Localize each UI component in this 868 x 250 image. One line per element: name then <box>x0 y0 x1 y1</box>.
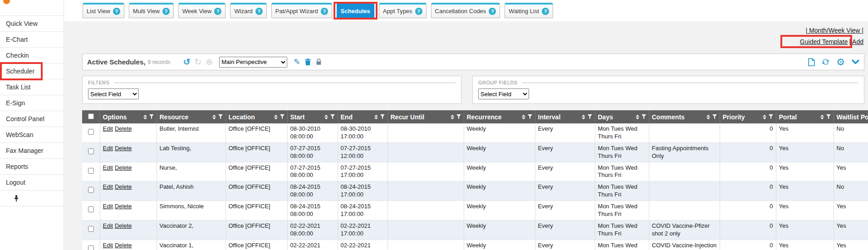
delete-link[interactable]: Delete <box>115 145 132 152</box>
filters-rule <box>114 83 456 83</box>
sidebar-item-checkin[interactable]: Checkin <box>0 48 64 64</box>
edit-link[interactable]: Edit <box>103 164 113 171</box>
sort-icon[interactable] <box>274 115 278 119</box>
filters-field-select[interactable]: Select Field <box>88 88 139 99</box>
tab-appt-types[interactable]: Appt Types ? <box>379 3 427 18</box>
sort-icon[interactable] <box>763 115 766 119</box>
tab-multi-view[interactable]: Multi View ? <box>129 3 174 18</box>
add-link[interactable]: Add <box>852 38 863 45</box>
row-checkbox[interactable] <box>88 129 94 135</box>
row-checkbox[interactable] <box>88 206 94 212</box>
sidebar-item-e-chart[interactable]: E-Chart <box>0 32 64 48</box>
tab-wizard[interactable]: Wizard ? <box>230 3 266 18</box>
delete-link[interactable]: Delete <box>115 183 132 190</box>
sidebar-item-quick-view[interactable]: Quick View <box>0 16 64 32</box>
tab-pat-appt-wizard[interactable]: Pat/Appt Wizard ? <box>271 3 332 18</box>
sort-icon[interactable] <box>522 115 525 119</box>
tab-schedules[interactable]: Schedules <box>337 3 374 18</box>
sort-icon[interactable] <box>451 115 454 119</box>
portal-cell: Yes <box>776 142 834 162</box>
end-cell: 08-24-201517:00:00 <box>338 201 387 221</box>
group-fields-select[interactable]: Select Field <box>478 88 529 99</box>
filter-icon[interactable] <box>642 114 646 119</box>
tab-week-view[interactable]: Week View ? <box>178 3 226 18</box>
sidebar-item-scheduler[interactable]: Scheduler <box>0 64 64 79</box>
edit-link[interactable]: Edit <box>103 222 113 229</box>
edit-link[interactable]: Edit <box>103 125 113 132</box>
sort-icon[interactable] <box>706 115 710 119</box>
delete-link[interactable]: Delete <box>115 242 132 249</box>
filter-icon[interactable] <box>588 114 592 119</box>
filter-icon[interactable] <box>218 114 223 119</box>
comments-cell <box>649 123 720 142</box>
filter-icon[interactable] <box>456 114 461 119</box>
filter-icon[interactable] <box>280 114 284 119</box>
sidebar-item-e-sign[interactable]: E-Sign <box>0 95 64 111</box>
perspective-select[interactable]: Main Perspective <box>219 57 287 68</box>
edit-link[interactable]: Edit <box>103 242 113 249</box>
sort-icon[interactable] <box>143 115 147 119</box>
pin-icon[interactable] <box>14 195 19 202</box>
help-icon[interactable]: ? <box>321 8 328 15</box>
end-date: 08-30-2010 <box>341 125 385 133</box>
help-icon[interactable]: ? <box>415 8 422 15</box>
month-week-view-link[interactable]: | Month/Week View | <box>806 27 863 34</box>
chevron-down-icon[interactable] <box>852 59 859 64</box>
edit-perspective-icon[interactable]: ✎ <box>294 58 300 66</box>
row-checkbox[interactable] <box>88 168 94 174</box>
days-cell: Mon Tues Wed Thurs Fri <box>595 123 649 142</box>
filter-icon[interactable] <box>149 114 154 119</box>
help-icon[interactable]: ? <box>162 8 170 15</box>
sidebar-item-logout[interactable]: Logout <box>0 175 64 191</box>
sidebar-item-task-list[interactable]: Task List <box>0 79 64 95</box>
tab-cancellation-codes[interactable]: Cancellation Codes ? <box>431 3 500 18</box>
sort-icon[interactable] <box>324 115 328 119</box>
row-checkbox[interactable] <box>88 226 94 232</box>
tab-list-view[interactable]: List View ? <box>83 3 124 18</box>
guided-template-link[interactable]: Guided Template <box>800 38 848 45</box>
edit-link[interactable]: Edit <box>103 183 113 190</box>
sidebar-item-reports[interactable]: Reports <box>0 159 64 175</box>
filter-icon[interactable] <box>330 114 335 119</box>
sort-icon[interactable] <box>582 115 585 119</box>
select-all-checkbox[interactable] <box>88 113 94 119</box>
sidebar-item-control-panel[interactable]: Control Panel <box>0 111 64 127</box>
help-icon[interactable]: ? <box>255 8 263 15</box>
sort-icon[interactable] <box>820 115 824 119</box>
trash-icon[interactable] <box>305 59 311 65</box>
new-document-icon[interactable] <box>808 58 815 66</box>
delete-link[interactable]: Delete <box>115 203 132 210</box>
portal-cell: Yes <box>776 240 834 250</box>
gear-icon[interactable]: ⚙ <box>836 57 845 67</box>
help-icon[interactable]: ? <box>214 8 221 15</box>
column-header-location: Location <box>226 110 287 123</box>
edit-link[interactable]: Edit <box>103 145 113 152</box>
delete-link[interactable]: Delete <box>115 164 132 171</box>
tab-waiting-list[interactable]: Waiting List ? <box>505 3 553 18</box>
help-icon[interactable]: ? <box>489 8 496 15</box>
refresh-icon[interactable] <box>822 58 829 66</box>
sidebar-item-webscan[interactable]: WebScan <box>0 127 64 143</box>
sidebar-item-fax-manager[interactable]: Fax Manager <box>0 143 64 159</box>
help-icon[interactable]: ? <box>542 8 549 15</box>
sort-icon[interactable] <box>374 115 378 119</box>
filter-icon[interactable] <box>769 114 773 119</box>
filter-icon[interactable] <box>826 114 831 119</box>
help-icon[interactable]: ? <box>113 8 120 15</box>
edit-link[interactable]: Edit <box>103 203 113 210</box>
filter-icon[interactable] <box>528 114 532 119</box>
sort-icon[interactable] <box>212 115 216 119</box>
row-checkbox[interactable] <box>88 148 94 154</box>
delete-link[interactable]: Delete <box>115 125 132 132</box>
row-checkbox[interactable] <box>88 245 94 250</box>
column-label: Recurrence <box>467 113 502 121</box>
undo-icon[interactable]: ↺ <box>183 58 190 66</box>
delete-link[interactable]: Delete <box>115 222 132 229</box>
filter-icon[interactable] <box>380 114 385 119</box>
row-checkbox[interactable] <box>88 187 94 193</box>
sort-icon[interactable] <box>636 115 639 119</box>
resource-cell: Lab Testing, <box>157 142 226 162</box>
lock-icon[interactable] <box>316 59 322 65</box>
table-row: EditDelete Vaccinator 2, Office [OFFICE]… <box>82 220 868 240</box>
filter-icon[interactable] <box>712 114 717 119</box>
